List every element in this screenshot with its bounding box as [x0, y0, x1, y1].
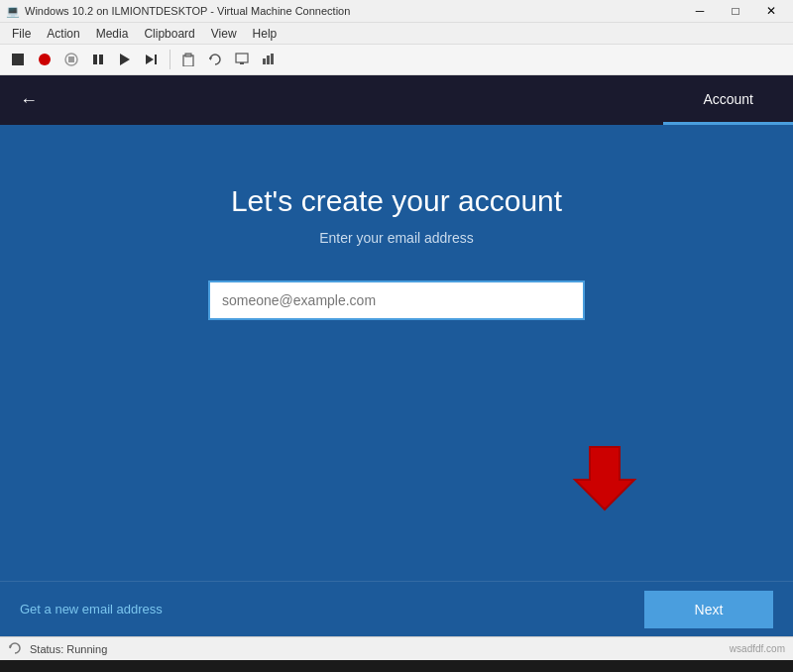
svg-rect-9 — [183, 56, 193, 66]
back-arrow[interactable]: ← — [20, 90, 50, 111]
toolbar-clipboard[interactable] — [176, 48, 200, 71]
close-button[interactable]: ✕ — [755, 0, 787, 22]
svg-rect-15 — [267, 56, 270, 64]
toolbar-refresh[interactable] — [203, 48, 227, 71]
page-title: Let's create your account — [231, 184, 562, 218]
status-text: Status: Running — [30, 643, 107, 655]
toolbar-pause[interactable] — [86, 48, 110, 71]
title-bar-text: Windows 10.2 on ILMIONTDESKTOP - Virtual… — [25, 5, 350, 17]
svg-rect-10 — [185, 54, 191, 56]
svg-rect-3 — [68, 56, 74, 62]
menu-view[interactable]: View — [203, 25, 245, 43]
toolbar-play[interactable] — [113, 48, 137, 71]
refresh-icon — [8, 641, 22, 657]
svg-rect-14 — [263, 58, 266, 64]
vm-topbar: ← Account — [0, 75, 793, 125]
account-tab: Account — [663, 75, 793, 125]
svg-marker-6 — [120, 54, 130, 65]
svg-rect-0 — [12, 54, 24, 65]
title-bar: 💻 Windows 10.2 on ILMIONTDESKTOP - Virtu… — [0, 0, 793, 22]
svg-rect-5 — [99, 55, 103, 64]
menu-clipboard[interactable]: Clipboard — [136, 25, 202, 43]
account-tab-label: Account — [703, 91, 753, 107]
title-bar-controls: ─ □ ✕ — [684, 0, 787, 22]
svg-rect-12 — [236, 54, 248, 62]
menu-help[interactable]: Help — [245, 25, 285, 43]
title-bar-left: 💻 Windows 10.2 on ILMIONTDESKTOP - Virtu… — [6, 5, 350, 18]
svg-point-1 — [39, 54, 51, 65]
toolbar-record[interactable] — [33, 48, 57, 71]
watermark: wsadfdf.com — [730, 643, 785, 654]
status-left: Status: Running — [8, 641, 107, 657]
title-bar-icon: 💻 — [6, 5, 20, 18]
toolbar-skip[interactable] — [140, 48, 164, 71]
toolbar — [0, 44, 793, 75]
next-button[interactable]: Next — [644, 591, 773, 628]
svg-marker-17 — [575, 447, 634, 509]
get-email-link[interactable]: Get a new email address — [20, 602, 163, 616]
toolbar-chart[interactable] — [257, 48, 281, 71]
vm-content: Let's create your account Enter your ema… — [0, 125, 793, 581]
email-input[interactable] — [208, 280, 585, 320]
menu-bar: File Action Media Clipboard View Help — [0, 22, 793, 44]
svg-marker-7 — [146, 55, 154, 64]
svg-rect-16 — [271, 54, 274, 64]
menu-file[interactable]: File — [4, 25, 39, 43]
toolbar-sep-1 — [170, 50, 170, 69]
red-arrow-annotation — [570, 442, 639, 515]
page-subtitle: Enter your email address — [319, 230, 474, 246]
svg-rect-13 — [240, 62, 244, 64]
svg-rect-8 — [155, 55, 157, 64]
toolbar-circle-stop[interactable] — [59, 48, 83, 71]
status-bar: Status: Running wsadfdf.com — [0, 636, 793, 660]
menu-media[interactable]: Media — [88, 25, 137, 43]
toolbar-stop[interactable] — [6, 48, 30, 71]
menu-action[interactable]: Action — [39, 25, 87, 43]
vm-screen: ← Account Let's create your account Ente… — [0, 75, 793, 636]
toolbar-monitor[interactable] — [230, 48, 254, 71]
svg-rect-4 — [93, 55, 97, 64]
maximize-button[interactable]: □ — [720, 0, 751, 22]
vm-bottombar: Get a new email address Next — [0, 581, 793, 636]
minimize-button[interactable]: ─ — [684, 0, 716, 22]
